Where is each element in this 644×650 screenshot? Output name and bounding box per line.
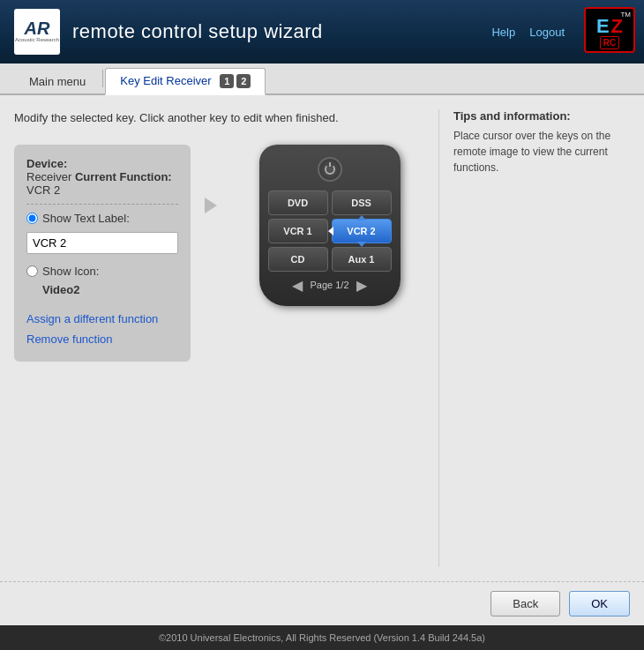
logo-ar: AR [25,19,50,37]
remote-btn-dss[interactable]: DSS [332,191,392,215]
show-text-label: Show Text Label: [42,212,130,225]
back-button[interactable]: Back [490,591,560,616]
app-title: remote control setup wizard [72,20,323,43]
right-panel: Tips and information: Place cursor over … [453,109,630,567]
remote: DVD DSS VCR 1 VCR 2 CD [259,145,401,306]
copyright: ©2010 Universal Electronics, All Rights … [0,625,644,650]
show-icon-section: Show Icon: Video2 [26,265,178,296]
remote-container: DVD DSS VCR 1 VCR 2 CD [235,145,424,306]
show-icon-radio[interactable] [26,265,38,277]
vcr2-up-arrow [357,215,366,220]
power-icon [325,164,335,175]
remove-function-link[interactable]: Remove function [26,329,178,349]
ez-z: Z [611,17,623,36]
vcr2-down-arrow [357,242,366,247]
tab-divider [102,70,103,87]
main-content: Modify the selected key. Click another k… [0,95,644,581]
ok-button[interactable]: OK [569,591,630,616]
remote-page-nav: ◀ Page 1/2 ▶ [268,277,392,294]
tips-text: Place cursor over the keys on the remote… [453,128,630,176]
remote-btn-aux1[interactable]: Aux 1 [332,247,392,272]
function-label: Current Function: [75,170,172,183]
tab-badges: 1 2 [220,74,251,88]
text-label-input[interactable] [26,232,178,254]
header: AR Acoustic Research remote control setu… [0,0,644,64]
description-text: Modify the selected key. Click another k… [14,109,424,127]
remote-buttons-grid: DVD DSS VCR 1 VCR 2 CD [268,191,392,272]
remote-btn-vcr1[interactable]: VCR 1 [268,219,328,243]
remote-and-edit: Device: Receiver Current Function: VCR 2… [14,145,424,362]
assign-different-function-link[interactable]: Assign a different function [26,309,178,329]
icon-name: Video2 [42,283,178,296]
left-panel: Modify the selected key. Click another k… [14,109,424,567]
vertical-divider [438,109,439,567]
logo: AR Acoustic Research [14,9,60,55]
remote-btn-vcr2[interactable]: VCR 2 [332,219,392,243]
show-icon-label: Show Icon: [42,265,99,278]
page-label: Page 1/2 [310,280,348,290]
tab-key-edit[interactable]: Key Edit Receiver 1 2 [105,68,266,95]
power-button[interactable] [318,157,342,182]
link-row: Assign a different function Remove funct… [26,309,178,350]
show-text-label-row: Show Text Label: [26,212,178,225]
badge-2: 2 [236,74,251,88]
remote-btn-cd[interactable]: CD [268,247,328,272]
tab-key-edit-label: Key Edit Receiver [120,74,211,87]
ez-badge: TM E Z RC [584,7,635,53]
power-row [268,157,392,182]
tabs-bar: Main menu Key Edit Receiver 1 2 [0,64,644,95]
arrow-indicator [205,198,221,213]
show-text-radio[interactable] [26,213,38,224]
show-icon-row: Show Icon: [26,265,178,278]
page-prev-arrow[interactable]: ◀ [292,277,303,294]
remote-btn-dvd[interactable]: DVD [268,191,328,215]
tips-title: Tips and information: [453,109,630,123]
ez-e: E [596,17,610,36]
header-nav: Help Logout [491,26,565,39]
logo-sub: Acoustic Research [15,37,59,43]
page-next-arrow[interactable]: ▶ [356,277,367,294]
badge-1: 1 [220,74,234,88]
divider [26,204,178,205]
vcr2-left-arrow [328,227,333,235]
device-value: Receiver [26,170,71,183]
function-value: VCR 2 [26,183,60,197]
help-link[interactable]: Help [491,26,515,39]
edit-panel: Device: Receiver Current Function: VCR 2… [14,145,191,362]
device-label: Device: [26,157,67,170]
tab-main-menu[interactable]: Main menu [14,69,101,93]
ez-rc: RC [600,36,619,49]
logout-link[interactable]: Logout [529,26,565,39]
footer-actions: Back OK [0,581,644,625]
